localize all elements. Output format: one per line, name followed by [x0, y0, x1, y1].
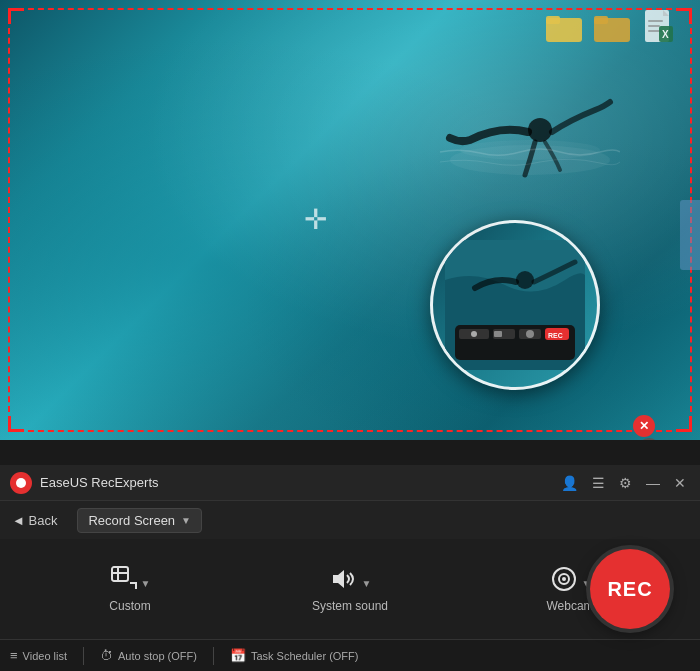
task-scheduler-item[interactable]: 📅 Task Scheduler (OFF) — [230, 648, 359, 663]
auto-stop-item[interactable]: ⏱ Auto stop (OFF) — [100, 648, 197, 663]
svg-point-23 — [526, 330, 534, 338]
record-screen-button[interactable]: Record Screen ▼ — [77, 508, 202, 533]
svg-rect-4 — [546, 16, 560, 24]
system-sound-button[interactable]: ▼ System sound — [240, 565, 460, 613]
title-bar: EaseUS RecExperts 👤 ☰ ⚙ — ✕ — [0, 465, 700, 501]
move-cursor: ✛ — [304, 206, 327, 234]
record-screen-label: Record Screen — [88, 513, 175, 528]
webcam-preview: REC — [430, 220, 600, 390]
swimmer-silhouette — [440, 80, 620, 200]
custom-label: Custom — [109, 599, 150, 613]
dropdown-arrow: ▼ — [181, 515, 191, 526]
svg-point-30 — [562, 577, 566, 581]
header-actions: 👤 ☰ ⚙ — ✕ — [557, 473, 690, 493]
system-sound-icon-area: ▼ — [329, 565, 372, 593]
webcam-inner: REC — [433, 223, 597, 387]
screen-background: X ✛ ✕ ⚙ — [0, 0, 700, 440]
video-list-icon: ≡ — [10, 648, 18, 663]
desktop-icon-document: X — [640, 10, 680, 50]
svg-rect-8 — [648, 20, 663, 22]
svg-rect-9 — [648, 25, 660, 27]
main-controls: ▼ Custom ▼ System sound — [0, 539, 700, 639]
toolbar: EaseUS RecExperts 👤 ☰ ⚙ — ✕ ◄ Back Recor… — [0, 465, 700, 671]
auto-stop-label: Auto stop (OFF) — [118, 650, 197, 662]
system-sound-dropdown-tri: ▼ — [362, 578, 372, 589]
svg-text:REC: REC — [548, 332, 563, 339]
webcam-close-button[interactable]: ✕ — [633, 415, 655, 437]
rec-button[interactable]: REC — [590, 549, 670, 629]
webcam-label: Webcam — [546, 599, 593, 613]
video-list-item[interactable]: ≡ Video list — [10, 648, 67, 663]
screen-capture-area: X ✛ ✕ ⚙ — [0, 0, 700, 440]
minimize-button[interactable]: — — [642, 473, 664, 493]
svg-rect-22 — [494, 331, 502, 337]
task-scheduler-icon: 📅 — [230, 648, 246, 663]
separator-1 — [83, 647, 84, 665]
svg-rect-6 — [594, 16, 608, 24]
svg-point-2 — [528, 118, 552, 142]
controls-row: ◄ Back Record Screen ▼ — [0, 501, 700, 539]
task-scheduler-label: Task Scheduler (OFF) — [251, 650, 359, 662]
close-button[interactable]: ✕ — [670, 473, 690, 493]
app-logo-inner — [16, 478, 26, 488]
separator-2 — [213, 647, 214, 665]
webcam-icon-area: ▼ — [549, 565, 592, 593]
app-logo — [10, 472, 32, 494]
svg-point-21 — [471, 331, 477, 337]
svg-point-14 — [516, 271, 534, 289]
right-panel-indicator — [680, 200, 700, 270]
back-button[interactable]: ◄ Back — [12, 513, 57, 528]
video-list-label: Video list — [23, 650, 67, 662]
rec-label: REC — [607, 578, 652, 601]
desktop-icon-folder2 — [592, 10, 632, 50]
custom-icon-area: ▼ — [110, 565, 151, 593]
custom-button[interactable]: ▼ Custom — [20, 565, 240, 613]
app-title: EaseUS RecExperts — [40, 475, 557, 490]
custom-dropdown-tri: ▼ — [141, 578, 151, 589]
settings-icon[interactable]: ⚙ — [615, 473, 636, 493]
svg-text:X: X — [662, 29, 669, 40]
auto-stop-icon: ⏱ — [100, 648, 113, 663]
hamburger-icon[interactable]: ☰ — [588, 473, 609, 493]
desktop-icons: X — [544, 10, 680, 50]
desktop-icon-folder1 — [544, 10, 584, 50]
status-bar: ≡ Video list ⏱ Auto stop (OFF) 📅 Task Sc… — [0, 639, 700, 671]
system-sound-label: System sound — [312, 599, 388, 613]
person-icon[interactable]: 👤 — [557, 473, 582, 493]
svg-marker-27 — [333, 570, 344, 588]
